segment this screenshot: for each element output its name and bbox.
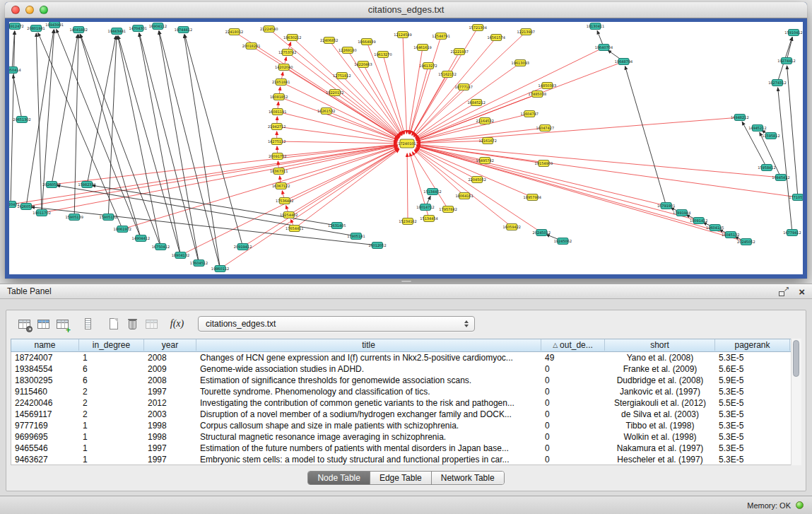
graph-node-label: 18630212 — [283, 35, 301, 40]
table-cell: 1997 — [144, 454, 196, 465]
graph-edge[interactable] — [289, 148, 399, 215]
table-source-dropdown[interactable]: citations_edges.txt — [198, 316, 475, 332]
close-window-button[interactable] — [11, 6, 20, 14]
network-canvas[interactable]: 1724010118630212127537421420204021851841… — [9, 22, 803, 274]
graph-edge[interactable] — [87, 36, 116, 185]
table-row[interactable]: 1830029562008Estimation of significance … — [11, 375, 801, 386]
graph-edge[interactable] — [36, 33, 42, 213]
new-column-icon[interactable]: + — [53, 315, 72, 334]
column-header-in_degree[interactable]: in_degree — [79, 339, 144, 351]
graph-edge[interactable] — [416, 47, 604, 139]
graph-edge[interactable] — [288, 52, 399, 138]
table-cell: Investigating the contribution of common… — [196, 397, 541, 409]
graph-edge[interactable] — [342, 76, 400, 136]
graph-node-label: 22418012 — [225, 30, 243, 34]
graph-edge[interactable] — [184, 35, 220, 269]
table-cell: Jankovic et al. (1997) — [605, 386, 715, 397]
table-row[interactable]: 946554611997Estimation of the future num… — [11, 443, 801, 454]
graph-edge[interactable] — [417, 144, 781, 177]
graph-node-label: 19744412 — [175, 28, 192, 32]
function-builder-icon[interactable]: f(x) — [167, 315, 187, 334]
table-mode-icon[interactable] — [15, 315, 34, 334]
graph-edge[interactable] — [184, 35, 242, 247]
graph-edge[interactable] — [412, 28, 478, 135]
graph-edge[interactable] — [363, 64, 402, 135]
graph-edge[interactable] — [407, 153, 408, 221]
memory-status-indicator[interactable] — [796, 501, 804, 509]
graph-node-label: 19613272 — [419, 64, 437, 68]
window-titlebar[interactable]: citations_edges.txt — [5, 2, 807, 18]
graph-edge[interactable] — [417, 145, 798, 197]
column-header-title[interactable]: title — [196, 339, 541, 351]
column-header-pagerank[interactable]: pagerank — [715, 339, 790, 351]
graph-edge[interactable] — [38, 33, 122, 229]
table-panel-body: + f(x) citations_edges.txt namein_degree… — [6, 310, 806, 491]
graph-edge[interactable] — [625, 66, 666, 206]
graph-edge[interactable] — [277, 127, 397, 142]
table-cell: 0 — [541, 397, 605, 409]
graph-edge[interactable] — [52, 35, 78, 185]
table-cell: 1 — [79, 431, 144, 443]
table-row[interactable]: 946362711997Embryonic stem cells: a mode… — [11, 454, 801, 465]
graph-edge[interactable] — [159, 31, 220, 269]
graph-edge[interactable] — [11, 145, 397, 204]
table-cell: 0 — [541, 409, 605, 420]
scrollbar-thumb[interactable] — [793, 340, 799, 377]
graph-edge[interactable] — [417, 114, 530, 141]
graph-edge[interactable] — [277, 141, 397, 144]
graph-edge[interactable] — [42, 146, 397, 213]
graph-edge[interactable] — [281, 146, 398, 186]
table-cell: 0 — [541, 431, 605, 443]
show-columns-icon[interactable] — [34, 315, 53, 334]
graph-edge[interactable] — [778, 88, 792, 233]
graph-edge[interactable] — [81, 35, 161, 247]
row-height-icon[interactable] — [78, 315, 98, 334]
column-header-name[interactable]: name — [11, 339, 79, 351]
graph-edge[interactable] — [220, 149, 399, 269]
float-panel-icon[interactable]: ↗ — [779, 287, 789, 296]
graph-edge[interactable] — [118, 36, 161, 247]
graph-edge[interactable] — [159, 31, 199, 263]
new-table-icon[interactable] — [104, 315, 123, 334]
graph-edge[interactable] — [243, 148, 399, 247]
graph-edge[interactable] — [417, 146, 666, 206]
graph-edge[interactable] — [122, 146, 397, 229]
graph-edge[interactable] — [403, 35, 406, 134]
import-table-icon[interactable] — [142, 315, 161, 334]
table-cell: 0 — [541, 443, 605, 454]
tab-edge-table[interactable]: Edge Table — [370, 472, 432, 484]
graph-node-label: 14704301 — [129, 26, 147, 30]
table-row[interactable]: 911546021997Tourette syndrome. Phenomeno… — [11, 386, 801, 397]
table-row[interactable]: 1872400712008Changes of HCN gene express… — [11, 352, 801, 363]
column-header-out_de[interactable]: △out_de... — [541, 339, 605, 351]
panel-controls: ↗ × — [779, 287, 805, 296]
graph-node-label: 18061972 — [114, 227, 131, 231]
graph-edge[interactable] — [139, 33, 181, 255]
graph-edge[interactable] — [13, 75, 22, 119]
column-header-short[interactable]: short — [605, 339, 715, 351]
column-header-year[interactable]: year — [144, 339, 196, 351]
table-row[interactable]: 977716911998Corpus callosum shape and si… — [11, 420, 801, 431]
zoom-window-button[interactable] — [40, 6, 48, 14]
graph-node-label: 16779412 — [783, 230, 801, 235]
graph-edge[interactable] — [279, 146, 398, 171]
graph-edge[interactable] — [31, 207, 377, 245]
table-row[interactable]: 969969511998Structural magnetic resonanc… — [11, 431, 801, 443]
table-scrollbar[interactable] — [791, 339, 801, 465]
graph-edge[interactable] — [57, 29, 141, 238]
graph-edge[interactable] — [57, 185, 356, 236]
table-row[interactable]: 1938455462009Genome-wide association stu… — [11, 363, 801, 375]
table-row[interactable]: 1456911722003Disruption of a novel membe… — [11, 409, 801, 420]
tab-node-table[interactable]: Node Table — [308, 472, 370, 484]
graph-node-label: 16904112 — [149, 24, 167, 28]
tab-network-table[interactable]: Network Table — [432, 472, 504, 484]
delete-table-icon[interactable] — [123, 315, 142, 334]
panel-splitter[interactable] — [0, 279, 812, 284]
graph-edge[interactable] — [139, 33, 199, 263]
minimize-window-button[interactable] — [25, 6, 34, 14]
close-panel-icon[interactable]: × — [799, 287, 805, 296]
graph-edge[interactable] — [92, 185, 337, 226]
graph-edge[interactable] — [417, 146, 731, 235]
graph-edge[interactable] — [278, 144, 397, 156]
table-row[interactable]: 2242004622012Investigating the contribut… — [11, 397, 801, 409]
